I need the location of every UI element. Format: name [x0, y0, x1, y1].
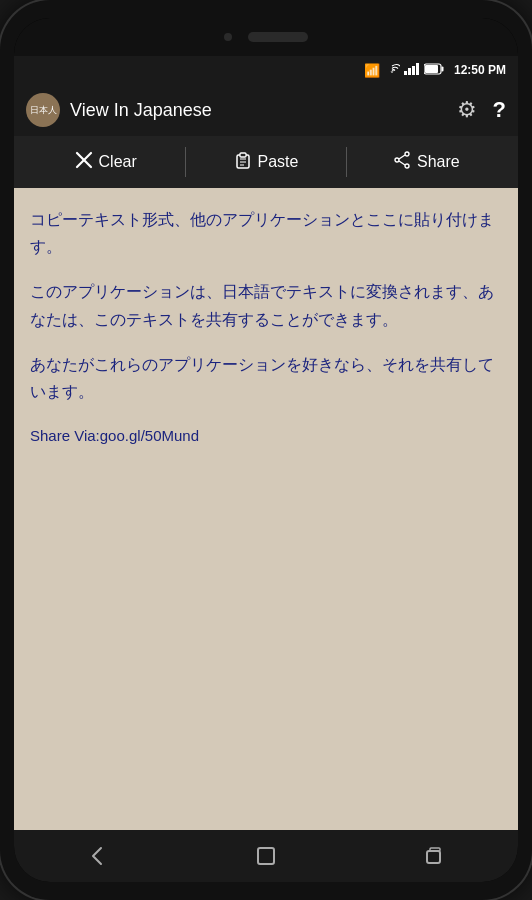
paragraph-3: あなたがこれらのアプリケーションを好きなら、それを共有しています。 [30, 351, 502, 405]
svg-point-16 [395, 158, 399, 162]
svg-line-18 [399, 161, 405, 165]
svg-rect-0 [404, 71, 407, 75]
recents-button[interactable] [409, 836, 459, 876]
share-label: Share [417, 153, 460, 171]
signal-icon [404, 63, 420, 77]
svg-rect-2 [412, 66, 415, 75]
phone-top-hardware [14, 18, 518, 56]
paste-icon [234, 151, 252, 174]
app-icon: 日本人 [26, 93, 60, 127]
help-icon[interactable]: ? [493, 97, 506, 123]
svg-point-15 [405, 164, 409, 168]
share-link: Share Via:goo.gl/50Mund [30, 423, 502, 449]
svg-line-17 [399, 155, 405, 159]
home-button[interactable] [241, 836, 291, 876]
phone-screen: 📶 [14, 18, 518, 882]
content-text: コピーテキスト形式、他のアプリケーションとここに貼り付けます。 このアプリケーシ… [30, 206, 502, 449]
svg-rect-21 [430, 848, 440, 851]
status-bar: 📶 [14, 56, 518, 84]
app-title: View In Japanese [70, 100, 447, 121]
share-icon [393, 151, 411, 174]
speaker [248, 32, 308, 42]
bottom-nav [14, 830, 518, 882]
paragraph-2: このアプリケーションは、日本語でテキストに変換されます、あなたは、このテキストを… [30, 278, 502, 332]
svg-rect-3 [416, 63, 419, 75]
svg-rect-6 [425, 65, 438, 73]
content-area: コピーテキスト形式、他のアプリケーションとここに貼り付けます。 このアプリケーシ… [14, 188, 518, 830]
paste-label: Paste [258, 153, 299, 171]
app-bar-actions: ⚙ ? [457, 97, 506, 123]
camera [224, 33, 232, 41]
back-button[interactable] [73, 836, 123, 876]
svg-rect-19 [258, 848, 274, 864]
app-bar: 日本人 View In Japanese ⚙ ? [14, 84, 518, 136]
paste-button[interactable]: Paste [186, 151, 345, 174]
action-toolbar: Clear Paste [14, 136, 518, 188]
svg-rect-1 [408, 68, 411, 75]
clear-label: Clear [99, 153, 137, 171]
svg-rect-5 [441, 67, 443, 72]
svg-rect-10 [240, 153, 246, 157]
phone-device: 📶 [0, 0, 532, 900]
status-time: 12:50 PM [454, 63, 506, 77]
svg-point-14 [405, 152, 409, 156]
bluetooth-icon: 📶 [364, 63, 380, 78]
settings-icon[interactable]: ⚙ [457, 97, 477, 123]
clear-icon [75, 151, 93, 174]
paragraph-1: コピーテキスト形式、他のアプリケーションとここに貼り付けます。 [30, 206, 502, 260]
battery-icon [424, 63, 444, 77]
status-icons: 📶 [364, 63, 506, 78]
share-button[interactable]: Share [347, 151, 506, 174]
wifi-icon [384, 63, 400, 78]
clear-button[interactable]: Clear [26, 151, 185, 174]
svg-rect-20 [427, 851, 440, 863]
